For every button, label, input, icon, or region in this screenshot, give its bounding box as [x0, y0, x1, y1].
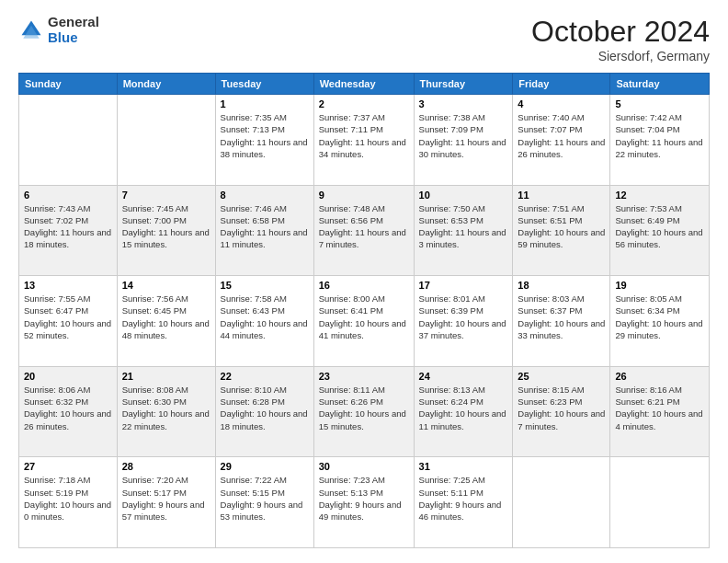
- day-info: Sunrise: 8:08 AMSunset: 6:30 PMDaylight:…: [122, 384, 210, 432]
- day-info: Sunrise: 8:16 AMSunset: 6:21 PMDaylight:…: [615, 384, 704, 432]
- header-row: SundayMondayTuesdayWednesdayThursdayFrid…: [19, 74, 710, 95]
- week-row-1: 1Sunrise: 7:35 AMSunset: 7:13 PMDaylight…: [19, 95, 710, 186]
- day-info: Sunrise: 8:05 AMSunset: 6:34 PMDaylight:…: [615, 293, 704, 341]
- week-row-5: 27Sunrise: 7:18 AMSunset: 5:19 PMDayligh…: [19, 457, 710, 548]
- month-title: October 2024: [531, 15, 710, 49]
- calendar-cell: 1Sunrise: 7:35 AMSunset: 7:13 PMDaylight…: [215, 95, 313, 186]
- day-info: Sunrise: 8:00 AMSunset: 6:41 PMDaylight:…: [319, 293, 409, 341]
- day-number: 22: [221, 371, 309, 382]
- day-number: 27: [24, 461, 112, 472]
- day-info: Sunrise: 7:51 AMSunset: 6:51 PMDaylight:…: [518, 202, 605, 251]
- header-day-thursday: Thursday: [414, 74, 513, 95]
- day-number: 7: [122, 190, 210, 201]
- day-info: Sunrise: 7:38 AMSunset: 7:09 PMDaylight:…: [419, 111, 508, 160]
- calendar-cell: 7Sunrise: 7:45 AMSunset: 7:00 PMDaylight…: [117, 185, 215, 276]
- calendar-cell: 9Sunrise: 7:48 AMSunset: 6:56 PMDaylight…: [313, 185, 414, 276]
- calendar-cell: [19, 95, 118, 186]
- week-row-2: 6Sunrise: 7:43 AMSunset: 7:02 PMDaylight…: [19, 185, 710, 276]
- calendar-cell: 12Sunrise: 7:53 AMSunset: 6:49 PMDayligh…: [610, 185, 710, 276]
- day-info: Sunrise: 7:37 AMSunset: 7:11 PMDaylight:…: [319, 111, 409, 160]
- day-number: 23: [319, 371, 409, 382]
- calendar-cell: 25Sunrise: 8:15 AMSunset: 6:23 PMDayligh…: [513, 366, 610, 457]
- calendar-cell: 29Sunrise: 7:22 AMSunset: 5:15 PMDayligh…: [215, 457, 313, 548]
- logo-blue: Blue: [48, 30, 99, 46]
- calendar-cell: 10Sunrise: 7:50 AMSunset: 6:53 PMDayligh…: [414, 185, 513, 276]
- calendar-cell: 19Sunrise: 8:05 AMSunset: 6:34 PMDayligh…: [610, 276, 710, 367]
- calendar-cell: 14Sunrise: 7:56 AMSunset: 6:45 PMDayligh…: [117, 276, 215, 367]
- logo-icon: [18, 17, 44, 43]
- day-number: 18: [518, 280, 605, 291]
- day-info: Sunrise: 7:56 AMSunset: 6:45 PMDaylight:…: [122, 293, 210, 341]
- day-info: Sunrise: 8:11 AMSunset: 6:26 PMDaylight:…: [319, 384, 409, 432]
- day-number: 26: [615, 371, 704, 382]
- week-row-3: 13Sunrise: 7:55 AMSunset: 6:47 PMDayligh…: [19, 276, 710, 367]
- location: Siersdorf, Germany: [531, 49, 710, 63]
- day-number: 3: [419, 98, 508, 109]
- calendar-cell: 6Sunrise: 7:43 AMSunset: 7:02 PMDaylight…: [19, 185, 118, 276]
- day-number: 21: [122, 371, 210, 382]
- day-number: 13: [24, 280, 112, 291]
- calendar-cell: 17Sunrise: 8:01 AMSunset: 6:39 PMDayligh…: [414, 276, 513, 367]
- day-info: Sunrise: 7:48 AMSunset: 6:56 PMDaylight:…: [319, 202, 409, 251]
- day-info: Sunrise: 7:43 AMSunset: 7:02 PMDaylight:…: [24, 202, 112, 251]
- header-day-sunday: Sunday: [19, 74, 118, 95]
- day-info: Sunrise: 7:42 AMSunset: 7:04 PMDaylight:…: [615, 111, 704, 160]
- day-number: 2: [319, 98, 409, 109]
- day-info: Sunrise: 7:45 AMSunset: 7:00 PMDaylight:…: [122, 202, 210, 251]
- header-day-friday: Friday: [513, 74, 610, 95]
- day-info: Sunrise: 8:15 AMSunset: 6:23 PMDaylight:…: [518, 384, 605, 432]
- day-info: Sunrise: 7:20 AMSunset: 5:17 PMDaylight:…: [122, 474, 210, 523]
- calendar-cell: 15Sunrise: 7:58 AMSunset: 6:43 PMDayligh…: [215, 276, 313, 367]
- header-day-tuesday: Tuesday: [215, 74, 313, 95]
- calendar-cell: 24Sunrise: 8:13 AMSunset: 6:24 PMDayligh…: [414, 366, 513, 457]
- day-number: 19: [615, 280, 704, 291]
- calendar-table: SundayMondayTuesdayWednesdayThursdayFrid…: [18, 73, 710, 548]
- logo-text: General Blue: [48, 15, 99, 45]
- day-number: 30: [319, 461, 409, 472]
- calendar-cell: 30Sunrise: 7:23 AMSunset: 5:13 PMDayligh…: [313, 457, 414, 548]
- day-number: 31: [419, 461, 508, 472]
- week-row-4: 20Sunrise: 8:06 AMSunset: 6:32 PMDayligh…: [19, 366, 710, 457]
- day-number: 17: [419, 280, 508, 291]
- day-number: 4: [518, 98, 605, 109]
- day-number: 9: [319, 190, 409, 201]
- day-info: Sunrise: 7:58 AMSunset: 6:43 PMDaylight:…: [221, 293, 309, 341]
- day-info: Sunrise: 7:18 AMSunset: 5:19 PMDaylight:…: [24, 474, 112, 523]
- day-number: 1: [221, 98, 309, 109]
- calendar-cell: 4Sunrise: 7:40 AMSunset: 7:07 PMDaylight…: [513, 95, 610, 186]
- day-info: Sunrise: 8:03 AMSunset: 6:37 PMDaylight:…: [518, 293, 605, 341]
- day-info: Sunrise: 8:10 AMSunset: 6:28 PMDaylight:…: [221, 384, 309, 432]
- day-info: Sunrise: 7:55 AMSunset: 6:47 PMDaylight:…: [24, 293, 112, 341]
- day-info: Sunrise: 7:35 AMSunset: 7:13 PMDaylight:…: [221, 111, 309, 160]
- day-number: 5: [615, 98, 704, 109]
- day-info: Sunrise: 7:22 AMSunset: 5:15 PMDaylight:…: [221, 474, 309, 523]
- day-number: 16: [319, 280, 409, 291]
- calendar-header: SundayMondayTuesdayWednesdayThursdayFrid…: [19, 74, 710, 95]
- day-info: Sunrise: 7:50 AMSunset: 6:53 PMDaylight:…: [419, 202, 508, 251]
- day-number: 25: [518, 371, 605, 382]
- day-info: Sunrise: 8:06 AMSunset: 6:32 PMDaylight:…: [24, 384, 112, 432]
- header-day-saturday: Saturday: [610, 74, 710, 95]
- calendar-cell: [610, 457, 710, 548]
- day-number: 12: [615, 190, 704, 201]
- header: General Blue October 2024 Siersdorf, Ger…: [18, 15, 710, 63]
- day-number: 15: [221, 280, 309, 291]
- calendar-cell: 28Sunrise: 7:20 AMSunset: 5:17 PMDayligh…: [117, 457, 215, 548]
- day-number: 11: [518, 190, 605, 201]
- calendar-cell: 16Sunrise: 8:00 AMSunset: 6:41 PMDayligh…: [313, 276, 414, 367]
- day-info: Sunrise: 7:53 AMSunset: 6:49 PMDaylight:…: [615, 202, 704, 251]
- day-info: Sunrise: 8:13 AMSunset: 6:24 PMDaylight:…: [419, 384, 508, 432]
- calendar-cell: 5Sunrise: 7:42 AMSunset: 7:04 PMDaylight…: [610, 95, 710, 186]
- header-day-monday: Monday: [117, 74, 215, 95]
- header-day-wednesday: Wednesday: [313, 74, 414, 95]
- day-number: 20: [24, 371, 112, 382]
- day-info: Sunrise: 7:46 AMSunset: 6:58 PMDaylight:…: [221, 202, 309, 251]
- day-number: 8: [221, 190, 309, 201]
- calendar-cell: [117, 95, 215, 186]
- calendar-body: 1Sunrise: 7:35 AMSunset: 7:13 PMDaylight…: [19, 95, 710, 548]
- logo-general: General: [48, 15, 99, 30]
- calendar-cell: 31Sunrise: 7:25 AMSunset: 5:11 PMDayligh…: [414, 457, 513, 548]
- calendar-cell: [513, 457, 610, 548]
- calendar-cell: 13Sunrise: 7:55 AMSunset: 6:47 PMDayligh…: [19, 276, 118, 367]
- day-number: 24: [419, 371, 508, 382]
